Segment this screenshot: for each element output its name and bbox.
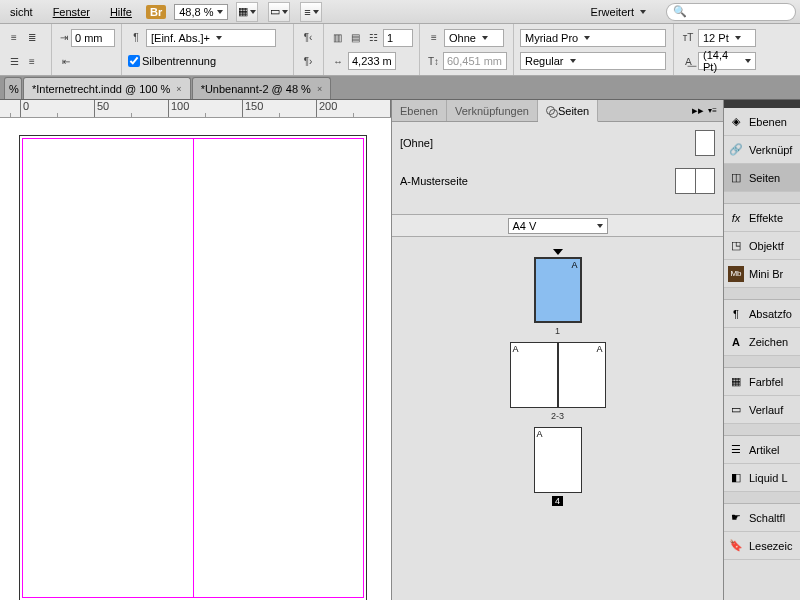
align-right-icon[interactable]: ≡ bbox=[24, 53, 40, 69]
buttons-icon: ☛ bbox=[728, 510, 744, 526]
object-styles-icon: ◳ bbox=[728, 238, 744, 254]
screen-mode-button[interactable]: ▭ bbox=[268, 2, 290, 22]
panel-menu-button[interactable]: ▸▸ ▾≡ bbox=[686, 100, 723, 121]
paragraph-style-combo[interactable]: [Einf. Abs.]+ bbox=[146, 29, 276, 47]
align-center-icon[interactable]: ≣ bbox=[24, 30, 40, 46]
dock-liquid[interactable]: ◧Liquid L bbox=[724, 464, 800, 492]
dock-bookmarks[interactable]: 🔖Lesezeic bbox=[724, 532, 800, 560]
columns-input[interactable] bbox=[383, 29, 413, 47]
bridge-icon[interactable]: Br bbox=[146, 5, 166, 19]
menu-help[interactable]: Hilfe bbox=[104, 4, 138, 20]
dock-gradient[interactable]: ▭Verlauf bbox=[724, 396, 800, 424]
leading-combo[interactable]: (14,4 Pt) bbox=[698, 52, 756, 70]
font-style-combo[interactable]: Regular bbox=[520, 52, 666, 70]
column-gap-icon: ↔ bbox=[330, 53, 346, 69]
height-input[interactable] bbox=[443, 52, 507, 70]
bookmarks-icon: 🔖 bbox=[728, 538, 744, 554]
pages-icon: ◫ bbox=[728, 170, 744, 186]
page-thumb-3[interactable]: A bbox=[558, 342, 606, 408]
spread-marker bbox=[553, 249, 563, 255]
layers-icon: ◈ bbox=[728, 114, 744, 130]
baseline-grid-icon: ≡ bbox=[426, 30, 442, 46]
pages-thumbnails[interactable]: A 1 A A 2-3 A 4 bbox=[392, 237, 723, 506]
tab-collapsed[interactable]: %× bbox=[4, 77, 22, 99]
liquid-icon: ◧ bbox=[728, 470, 744, 486]
page-size-combo[interactable]: A4 V bbox=[508, 218, 608, 234]
document-tabs: %× *Internetrecht.indd @ 100 %× *Unbenan… bbox=[0, 76, 800, 100]
para-styles-icon: ¶ bbox=[728, 306, 744, 322]
menu-view[interactable]: sicht bbox=[4, 4, 39, 20]
page-thumb-1[interactable]: A bbox=[534, 257, 582, 323]
search-input[interactable]: 🔍 bbox=[666, 3, 796, 21]
close-icon[interactable]: × bbox=[176, 84, 181, 94]
page-frame[interactable] bbox=[22, 138, 364, 598]
pages-panel: Ebenen Verknüpfungen Seiten ▸▸ ▾≡ [Ohne]… bbox=[391, 100, 723, 600]
dock-minibridge[interactable]: MbMini Br bbox=[724, 260, 800, 288]
dock-articles[interactable]: ☰Artikel bbox=[724, 436, 800, 464]
menu-bar: sicht Fenster Hilfe Br 48,8 % ▦ ▭ ≡ Erwe… bbox=[0, 0, 800, 24]
dock-swatches[interactable]: ▦Farbfel bbox=[724, 368, 800, 396]
workspace-switcher[interactable]: Erweitert bbox=[591, 6, 652, 18]
dock-para-styles[interactable]: ¶Absatzfo bbox=[724, 300, 800, 328]
control-bar: ≡≣ ☰≡ ⇥ ⇤ ¶[Einf. Abs.]+ Silbentrennung … bbox=[0, 24, 800, 76]
menu-window[interactable]: Fenster bbox=[47, 4, 96, 20]
page-label: 1 bbox=[555, 326, 560, 336]
indent-left-icon: ⇥ bbox=[58, 30, 69, 46]
dock-char-styles[interactable]: AZeichen bbox=[724, 328, 800, 356]
fx-icon: fx bbox=[728, 210, 744, 226]
master-none[interactable]: [Ohne] bbox=[400, 130, 715, 156]
dock-layers[interactable]: ◈Ebenen bbox=[724, 108, 800, 136]
page-thumb-4[interactable]: A bbox=[534, 427, 582, 493]
tab-layers[interactable]: Ebenen bbox=[392, 100, 447, 121]
canvas[interactable] bbox=[0, 118, 391, 600]
hyphenation-checkbox[interactable]: Silbentrennung bbox=[128, 51, 287, 71]
indent-value-input[interactable] bbox=[71, 29, 115, 47]
gradient-icon: ▭ bbox=[728, 402, 744, 418]
height-icon: T↕ bbox=[426, 53, 441, 69]
char-styles-icon: A bbox=[728, 334, 744, 350]
page-thumb-2[interactable]: A bbox=[510, 342, 558, 408]
close-icon[interactable]: × bbox=[317, 84, 322, 94]
align-left-icon[interactable]: ≡ bbox=[6, 30, 22, 46]
columns-icon-1[interactable]: ▥ bbox=[330, 30, 346, 46]
sync-icon bbox=[546, 106, 555, 115]
document-view[interactable]: 0 50 100 150 200 bbox=[0, 100, 391, 600]
options-icon[interactable]: ¶› bbox=[300, 53, 316, 69]
master-pages-list[interactable]: [Ohne] A-Musterseite bbox=[392, 122, 723, 215]
leading-icon: A͟ bbox=[680, 53, 696, 69]
dock-object-styles[interactable]: ◳Objektf bbox=[724, 232, 800, 260]
columns-icon-2[interactable]: ▤ bbox=[348, 30, 364, 46]
dock-pages[interactable]: ◫Seiten bbox=[724, 164, 800, 192]
document-tab-1[interactable]: *Internetrecht.indd @ 100 %× bbox=[23, 77, 191, 99]
view-options-button[interactable]: ▦ bbox=[236, 2, 258, 22]
right-dock: ◈Ebenen 🔗Verknüpf ◫Seiten fxEffekte ◳Obj… bbox=[723, 100, 800, 600]
dock-buttons[interactable]: ☛Schaltfl bbox=[724, 504, 800, 532]
document-tab-2[interactable]: *Unbenannt-2 @ 48 %× bbox=[192, 77, 332, 99]
para-style-icon: ¶ bbox=[128, 30, 144, 46]
links-icon: 🔗 bbox=[728, 142, 744, 158]
font-family-combo[interactable]: Myriad Pro bbox=[520, 29, 666, 47]
dock-effects[interactable]: fxEffekte bbox=[724, 204, 800, 232]
dock-links[interactable]: 🔗Verknüpf bbox=[724, 136, 800, 164]
columns-count-icon: ☷ bbox=[365, 30, 381, 46]
baseline-combo[interactable]: Ohne bbox=[444, 29, 504, 47]
direction-icon[interactable]: ¶‹ bbox=[300, 30, 316, 46]
swatches-icon: ▦ bbox=[728, 374, 744, 390]
master-thumb bbox=[675, 168, 715, 194]
align-justify-icon[interactable]: ☰ bbox=[6, 53, 22, 69]
font-size-combo[interactable]: 12 Pt bbox=[698, 29, 756, 47]
indent-right-icon: ⇤ bbox=[58, 53, 74, 69]
articles-icon: ☰ bbox=[728, 442, 744, 458]
column-guide bbox=[193, 139, 194, 597]
master-a[interactable]: A-Musterseite bbox=[400, 168, 715, 194]
tab-pages[interactable]: Seiten bbox=[538, 100, 598, 122]
master-thumb bbox=[695, 130, 715, 156]
column-gap-input[interactable] bbox=[348, 52, 396, 70]
minibridge-icon: Mb bbox=[728, 266, 744, 282]
page-label: 4 bbox=[552, 496, 563, 506]
font-size-icon: тT bbox=[680, 30, 696, 46]
arrange-docs-button[interactable]: ≡ bbox=[300, 2, 322, 22]
tab-links[interactable]: Verknüpfungen bbox=[447, 100, 538, 121]
zoom-level-combo[interactable]: 48,8 % bbox=[174, 4, 228, 20]
page-label: 2-3 bbox=[551, 411, 564, 421]
